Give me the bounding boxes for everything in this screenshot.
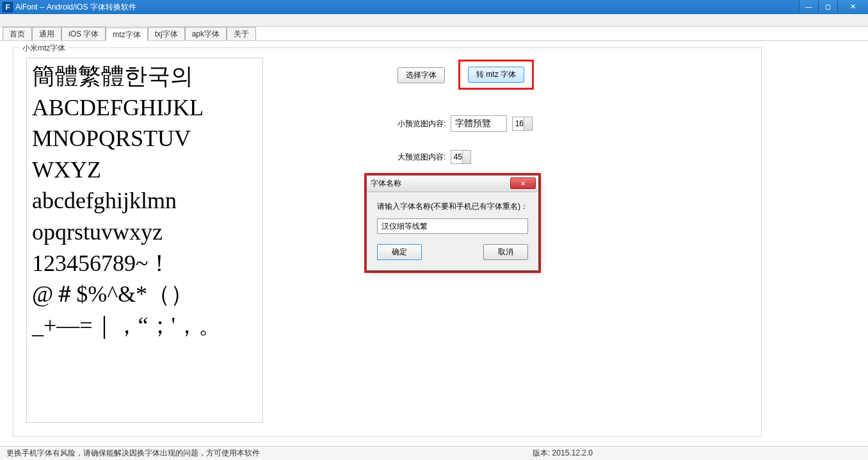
statusbar-version: 版本: 2015.12.2.0 [533,448,593,459]
dialog-close-button[interactable]: ✕ [510,177,536,189]
mtz-fieldset: 小米mtz字体 簡體繁體한국의 ABCDEFGHIJKL MNOPQRSTUV … [13,47,762,437]
font-name-dialog: 字体名称 ✕ 请输入字体名称(不要和手机已有字体重名)： 确定 取消 [366,175,539,271]
dialog-title-text: 字体名称 [371,178,401,189]
dialog-buttons: 确定 取消 [377,244,528,260]
window-title: AiFont -- Android/iOS 字体转换软件 [15,2,136,13]
tab-home[interactable]: 首页 [3,27,32,40]
titlebar: F AiFont -- Android/iOS 字体转换软件 — ◻ ✕ [0,0,868,14]
dialog-body: 请输入字体名称(不要和手机已有字体重名)： 确定 取消 [367,192,538,270]
dialog-titlebar: 字体名称 ✕ [367,176,538,192]
convert-mtz-button[interactable]: 转 mtz 字体 [468,67,524,83]
small-preview-input[interactable] [451,115,507,132]
app-icon: F [3,2,13,12]
dialog-ok-button[interactable]: 确定 [377,244,422,260]
tab-apk-font[interactable]: apk字体 [185,27,227,40]
statusbar: 更换手机字体有风险，请确保能解决因换字体出现的问题，方可使用本软件 版本: 20… [0,446,868,460]
tab-bar: 首页 通用 iOS 字体 mtz字体 txj字体 apk字体 关于 [0,27,868,41]
window-controls: — ◻ ✕ [799,0,868,13]
menubar [0,14,868,27]
fieldset-label: 小米mtz字体 [20,43,68,54]
big-preview-size-spinner[interactable]: 45 [451,150,471,164]
close-button[interactable]: ✕ [837,0,868,13]
small-preview-label: 小预览图内容: [398,119,446,129]
tab-general[interactable]: 通用 [32,27,61,40]
dialog-prompt: 请输入字体名称(不要和手机已有字体重名)： [377,201,528,212]
statusbar-warning: 更换手机字体有风险，请确保能解决因换字体出现的问题，方可使用本软件 [6,448,260,459]
dialog-cancel-button[interactable]: 取消 [483,244,528,260]
tab-about[interactable]: 关于 [227,27,256,40]
font-name-input[interactable] [377,218,528,234]
highlight-convert-button: 转 mtz 字体 [458,60,534,90]
select-font-button[interactable]: 选择字体 [398,67,445,83]
small-preview-size-spinner[interactable]: 16 [512,117,533,131]
tab-mtz-font[interactable]: mtz字体 [106,28,147,41]
highlight-dialog: 字体名称 ✕ 请输入字体名称(不要和手机已有字体重名)： 确定 取消 [364,173,541,273]
tab-ios-font[interactable]: iOS 字体 [61,27,106,40]
tab-txj-font[interactable]: txj字体 [148,27,185,40]
maximize-button[interactable]: ◻ [818,0,837,13]
big-preview-label: 大预览图内容: [398,152,446,163]
minimize-button[interactable]: — [799,0,818,13]
font-preview-large: 簡體繁體한국의 ABCDEFGHIJKL MNOPQRSTUV WXYZ abc… [26,58,263,423]
content-area: 小米mtz字体 簡體繁體한국의 ABCDEFGHIJKL MNOPQRSTUV … [0,41,868,443]
